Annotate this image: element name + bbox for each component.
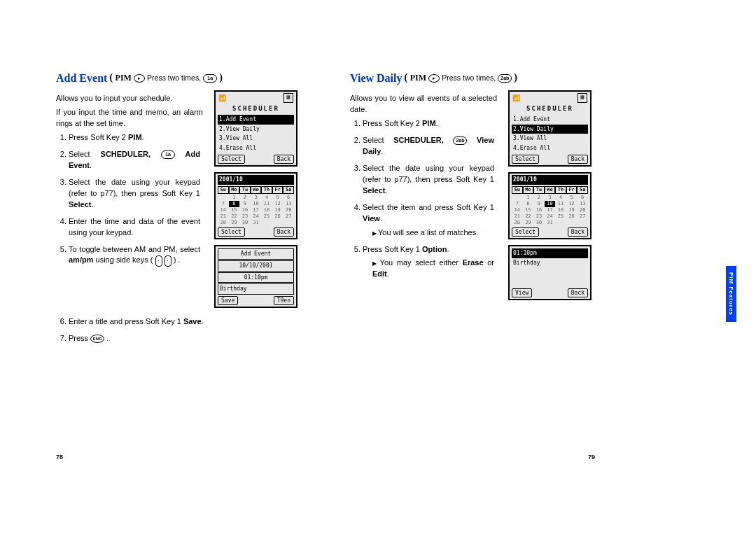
step-6: Enter a title and press Soft Key 1 Save. <box>69 316 314 328</box>
softkey-back: Back <box>568 227 588 237</box>
form-title: Add Event <box>218 248 294 260</box>
menu-item: 4.Erase All <box>512 143 588 153</box>
signal-icon: 📶 <box>218 94 226 103</box>
step-2: Select SCHEDULER, 1a Add Event. <box>69 149 203 171</box>
close-paren: ) <box>219 72 223 83</box>
phone-screen-calendar: 2001/10 SuMoTuWeThFrSa 123456 7891011121… <box>214 172 298 239</box>
heading-row: View Daily ( PIM ▸ Press two times, 2ab … <box>350 70 595 86</box>
softkey-save: Save <box>218 296 238 306</box>
end-key-icon: END <box>90 335 104 343</box>
step-5: To toggle between AM and PM, select am/p… <box>69 244 203 267</box>
step-4: Enter the time and data of the event usi… <box>69 216 203 239</box>
calendar-grid: 123456 78910111213 14151617181920 212223… <box>512 195 588 226</box>
softkey-t9: T9en <box>274 296 294 306</box>
step-3: Select the date using your keypad (refer… <box>69 177 203 211</box>
page-number: 78 <box>56 453 63 462</box>
side-key-down-icon: · <box>164 255 172 267</box>
section-title: Add Event <box>56 70 107 86</box>
page-number: 79 <box>588 453 595 462</box>
calendar-month: 2001/10 <box>512 175 588 185</box>
step-5: Press Soft Key 1 Option. You may select … <box>363 244 497 281</box>
softkey-back: Back <box>274 227 294 237</box>
form-time: 01:10pm <box>218 272 294 283</box>
calendar-grid: 123456 78910111213 14151617181920 212223… <box>218 195 294 226</box>
phone-screen-addevent: Add Event 10/10/2001 01:10pm Birthday Sa… <box>214 245 298 308</box>
heading-row: Add Event ( PIM ▸ Press two times, 1a ) <box>56 70 301 86</box>
intro-text-2: If you input the time and memo, an alarm… <box>56 107 203 129</box>
scheduler-icon: ▦ <box>578 93 587 103</box>
softkey-view: View <box>512 288 532 298</box>
left-page: Add Event ( PIM ▸ Press two times, 1a ) … <box>56 70 301 350</box>
softkey-select: Select <box>512 227 539 237</box>
intro-text: Allows you to view all events of a selec… <box>350 93 497 115</box>
menu-item: 2.View Daily <box>512 125 588 134</box>
side-tab: PIM Features <box>726 266 736 322</box>
screen-title: SCHEDULER <box>216 104 296 115</box>
form-date: 10/10/2001 <box>218 260 294 272</box>
close-paren: ) <box>514 72 517 83</box>
event-time: 01:10pm <box>512 248 588 258</box>
side-key-up-icon: · <box>155 255 162 267</box>
right-page: View Daily ( PIM ▸ Press two times, 2ab … <box>350 70 595 350</box>
screen-title: SCHEDULER <box>510 104 590 115</box>
scheduler-icon: ▦ <box>284 93 293 103</box>
press-text: Press two times, <box>442 73 496 82</box>
intro-text-1: Allows you to input your schedule. <box>56 93 203 104</box>
phone-screen-view: 01:10pm Birthday View Back <box>508 245 592 300</box>
softkey-back: Back <box>568 155 588 164</box>
softkey-select: Select <box>512 155 539 164</box>
phone-screen-menu: 📶▦ SCHEDULER 1.Add Event 2.View Daily 3.… <box>214 90 298 167</box>
step-4: Select the item and press Soft Key 1 Vie… <box>363 202 497 239</box>
step-3: Select the date using your keypad (refer… <box>363 163 497 197</box>
softkey-back: Back <box>274 155 294 164</box>
signal-icon: 📶 <box>512 94 520 103</box>
substep: You will see a list of matches. <box>372 227 494 239</box>
key-2-icon-inline: 2ab <box>453 136 467 145</box>
step-7: Press END . <box>69 333 314 344</box>
softkey-back: Back <box>568 288 588 298</box>
phone-screen-calendar: 2001/10 SuMoTuWeThFrSa 123456 7891011121… <box>508 172 592 239</box>
open-paren: ( <box>109 72 115 83</box>
event-note: Birthday <box>512 258 588 268</box>
nav-right-icon: ▸ <box>428 74 440 83</box>
pim-label: PIM <box>115 73 132 83</box>
phone-screen-menu: 📶▦ SCHEDULER 1.Add Event 2.View Daily 3.… <box>508 90 592 167</box>
form-note: Birthday <box>218 283 294 295</box>
menu-item: 1.Add Event <box>218 115 294 125</box>
screenshots-col: 📶▦ SCHEDULER 1.Add Event 2.View Daily 3.… <box>214 90 298 314</box>
open-paren: ( <box>405 72 410 83</box>
nav-right-icon: ▸ <box>134 74 145 83</box>
menu-item: 4.Erase All <box>218 143 294 153</box>
screenshots-col: 📶▦ SCHEDULER 1.Add Event 2.View Daily 3.… <box>508 90 592 306</box>
softkey-select: Select <box>218 155 245 164</box>
step-1: Press Soft Key 2 PIM. <box>363 118 497 129</box>
key-2-icon: 2ab <box>498 74 512 83</box>
substep: You may select either Erase or Edit. <box>372 258 494 280</box>
press-text: Press two times, <box>147 73 201 82</box>
menu-item: 1.Add Event <box>512 115 588 125</box>
step-2: Select SCHEDULER, 2ab View Daily. <box>363 135 497 157</box>
softkey-select: Select <box>218 227 245 237</box>
calendar-month: 2001/10 <box>218 175 294 185</box>
menu-item: 3.View All <box>512 134 588 143</box>
step-1: Press Soft Key 2 PIM. <box>69 132 203 143</box>
key-1-icon: 1a <box>203 74 217 83</box>
key-1-icon-inline: 1a <box>161 150 175 159</box>
section-title: View Daily <box>350 70 402 86</box>
pim-label: PIM <box>410 73 426 83</box>
menu-item: 2.View Daily <box>218 125 294 134</box>
menu-item: 3.View All <box>218 134 294 143</box>
